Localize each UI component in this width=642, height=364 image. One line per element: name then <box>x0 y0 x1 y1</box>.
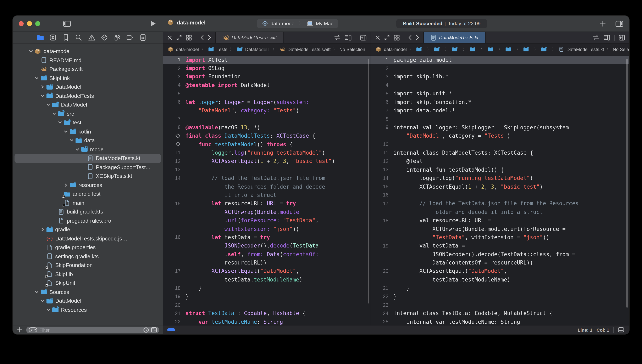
forward-icon[interactable] <box>208 35 211 40</box>
navigator-tab-issues[interactable] <box>87 33 96 42</box>
bottom-panel-toggle-icon[interactable] <box>618 327 624 332</box>
close-window-button[interactable] <box>19 21 24 26</box>
toggle-inspector-button[interactable] <box>614 19 624 28</box>
source-control-filter-icon[interactable] <box>151 327 157 332</box>
disclosure-open-icon[interactable] <box>28 48 34 54</box>
tree-item-skipfoundation[interactable]: SkipFoundation <box>13 261 163 270</box>
close-split-icon[interactable] <box>375 35 380 40</box>
disclosure-open-icon[interactable] <box>40 93 46 99</box>
breadcrumb-item[interactable]: Tests <box>207 46 227 53</box>
back-icon[interactable] <box>408 35 412 40</box>
disclosure-open-icon[interactable] <box>45 307 52 313</box>
disclosure-open-icon[interactable] <box>40 298 46 304</box>
zoom-window-button[interactable] <box>35 21 40 26</box>
tree-item-data-model[interactable]: data-model <box>13 47 163 56</box>
minimap-icon[interactable] <box>345 34 352 40</box>
tree-item-readme-md[interactable]: README.md <box>13 56 163 65</box>
forward-icon[interactable] <box>416 35 419 40</box>
back-icon[interactable] <box>200 35 204 40</box>
tree-item-resources[interactable]: Resources <box>13 305 163 314</box>
minimize-window-button[interactable] <box>27 21 32 26</box>
code-editor-swift[interactable]: 1import XCTest2import OSLog3import Found… <box>163 56 371 325</box>
navigator-tab-breakpoints[interactable] <box>126 33 134 42</box>
tree-item-main[interactable]: main <box>13 198 163 207</box>
tree-item-settings-gradle-kts[interactable]: settings.gradle.kts <box>13 252 163 261</box>
minimap-icon[interactable] <box>603 34 610 40</box>
breadcrumb-item[interactable]: No Selection <box>339 47 365 52</box>
code-review-icon[interactable] <box>334 35 341 40</box>
tree-item-gradle-properties[interactable]: gradle.properties <box>13 243 163 252</box>
tree-item-androidtest[interactable]: androidTest <box>13 190 163 198</box>
tab-datamodeltests-swift[interactable]: DataModelTests.swift <box>215 32 284 43</box>
tree-item-skiplink[interactable]: SkipLink <box>13 74 163 82</box>
navigator-tab-debug[interactable] <box>113 33 121 42</box>
scheme-selector[interactable]: data-model 〉 My Mac <box>257 19 338 28</box>
scrollbar-thumb[interactable] <box>368 59 369 304</box>
editor-layout-icon[interactable] <box>394 34 400 40</box>
disclosure-closed-icon[interactable] <box>40 84 46 90</box>
disclosure-open-icon[interactable] <box>63 129 69 134</box>
navigator-tab-bookmarks[interactable] <box>62 33 70 42</box>
breadcrumb-item[interactable] <box>451 46 460 53</box>
disclosure-open-icon[interactable] <box>34 75 40 81</box>
breadcrumb-item[interactable] <box>433 46 442 53</box>
tree-item-datamodel[interactable]: DataModel <box>13 82 163 92</box>
tree-item-packagesupporttest-[interactable]: PackageSupportTest... <box>13 163 163 172</box>
breadcrumb-item[interactable] <box>415 46 425 53</box>
breadcrumb-item[interactable]: data-model <box>167 46 199 53</box>
add-editor-icon[interactable] <box>619 34 625 40</box>
disclosure-open-icon[interactable] <box>34 289 40 295</box>
breadcrumb-item[interactable]: No Selection <box>613 47 629 52</box>
disclosure-open-icon[interactable] <box>45 102 52 108</box>
code-review-icon[interactable] <box>593 35 599 40</box>
breadcrumb-item[interactable]: DataModelT <box>236 46 270 53</box>
navigator-tab-project[interactable] <box>36 33 44 42</box>
disclosure-open-icon[interactable] <box>74 146 81 152</box>
disclosure-closed-icon[interactable] <box>40 227 46 232</box>
tree-item-kotlin[interactable]: kotlin <box>13 127 163 136</box>
breadcrumb-item[interactable] <box>522 46 532 53</box>
tree-item-datamodeltests-kt[interactable]: DataModelTests.kt <box>13 154 163 163</box>
tree-item-datamodeltests[interactable]: DataModelTests <box>13 92 163 100</box>
navigator-tab-reports[interactable] <box>139 33 147 42</box>
breadcrumb-item[interactable] <box>505 46 514 53</box>
navigator-tab-find[interactable] <box>75 33 83 42</box>
tree-item-data[interactable]: data <box>13 136 163 145</box>
tree-item-gradle[interactable]: gradle <box>13 225 163 234</box>
toggle-navigator-button[interactable] <box>62 19 72 28</box>
disclosure-open-icon[interactable] <box>57 120 63 126</box>
tree-item-datamodel[interactable]: DataModel <box>13 296 163 305</box>
code-editor-kotlin[interactable]: 1package data.model23import skip.lib.*45… <box>371 56 629 325</box>
run-button[interactable] <box>148 19 158 28</box>
add-editor-icon[interactable] <box>360 34 367 40</box>
tab-datamodeltests-kt[interactable]: DataModelTests.kt <box>423 32 486 43</box>
tree-item-datamodeltests-skipcode-json[interactable]: {⋯}DataModelTests.skipcode.json <box>13 234 163 243</box>
focus-editor-icon[interactable] <box>176 35 182 40</box>
activity-viewer[interactable]: Build Succeeded | Today at 22:09 <box>396 19 487 28</box>
disclosure-closed-icon[interactable] <box>63 182 69 188</box>
tree-item-proguard-rules-pro[interactable]: proguard-rules.pro <box>13 216 163 225</box>
tree-item-resources[interactable]: resources <box>13 180 163 190</box>
scrollbar-thumb[interactable] <box>626 59 628 308</box>
library-add-button[interactable] <box>598 19 607 28</box>
test-diamond-icon[interactable] <box>163 133 185 139</box>
navigator-tab-tests[interactable] <box>100 33 109 42</box>
tree-item-sources[interactable]: Sources <box>13 288 163 296</box>
breadcrumb-item[interactable] <box>540 46 549 53</box>
tree-item-build-gradle-kts[interactable]: build.gradle.kts <box>13 207 163 216</box>
tree-item-datamodel[interactable]: DataModel <box>13 100 163 109</box>
tree-item-model[interactable]: model <box>13 145 163 154</box>
recent-files-icon[interactable] <box>143 327 149 333</box>
tree-item-src[interactable]: src <box>13 109 163 118</box>
breadcrumb-item[interactable]: DataModelTests.swift <box>279 46 331 53</box>
editor-layout-icon[interactable] <box>186 34 192 40</box>
disclosure-open-icon[interactable] <box>51 111 57 117</box>
tree-item-skipunit[interactable]: SkipUnit <box>13 278 163 288</box>
tree-item-test[interactable]: test <box>13 118 163 127</box>
disclosure-open-icon[interactable] <box>69 138 75 144</box>
tree-item-xcskiptests-kt[interactable]: XCSkipTests.kt <box>13 172 163 180</box>
breadcrumb-item[interactable]: data-model <box>375 46 407 53</box>
breadcrumb-item[interactable] <box>469 46 478 53</box>
tree-item-package-swift[interactable]: Package.swift <box>13 65 163 74</box>
add-item-icon[interactable] <box>17 327 23 332</box>
